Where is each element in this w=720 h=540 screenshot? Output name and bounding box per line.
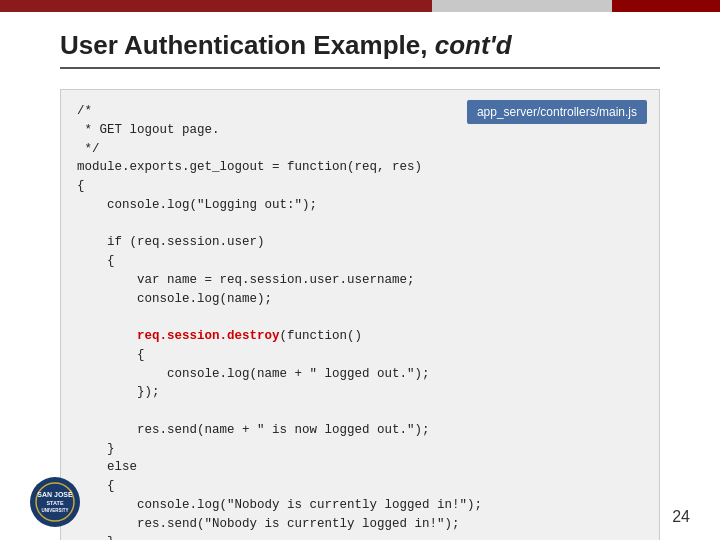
top-bar-darkred-segment [612, 0, 720, 12]
code-line: { [77, 252, 643, 271]
code-line [77, 215, 643, 234]
title-area: User Authentication Example, cont'd [0, 12, 720, 79]
code-line: module.exports.get_logout = function(req… [77, 158, 643, 177]
code-line: }); [77, 383, 643, 402]
university-logo: SAN JOSÉ STATE UNIVERSITY [30, 477, 85, 532]
code-line: if (req.session.user) [77, 233, 643, 252]
svg-text:SAN JOSÉ: SAN JOSÉ [37, 490, 73, 498]
code-line: else [77, 458, 643, 477]
top-bar-red-segment [0, 0, 432, 12]
code-line: var name = req.session.user.username; [77, 271, 643, 290]
code-line: { [77, 346, 643, 365]
svg-text:STATE: STATE [46, 500, 64, 506]
sjsu-logo-svg: SAN JOSÉ STATE UNIVERSITY [33, 480, 77, 524]
code-line: console.log("Logging out:"); [77, 196, 643, 215]
code-line: { [77, 477, 643, 496]
code-line: */ [77, 140, 643, 159]
code-line: res.send(name + " is now logged out."); [77, 421, 643, 440]
top-decorative-bar [0, 0, 720, 12]
code-line: } [77, 440, 643, 459]
code-line: console.log(name); [77, 290, 643, 309]
page-number: 24 [672, 508, 690, 526]
page-title: User Authentication Example, cont'd [60, 30, 660, 61]
title-underline [60, 67, 660, 69]
code-line [77, 402, 643, 421]
logo-circle: SAN JOSÉ STATE UNIVERSITY [30, 477, 80, 527]
top-bar-gray-segment [432, 0, 612, 12]
code-line [77, 308, 643, 327]
code-line: res.send("Nobody is currently logged in!… [77, 515, 643, 534]
file-badge: app_server/controllers/main.js [467, 100, 647, 124]
svg-text:UNIVERSITY: UNIVERSITY [41, 508, 68, 513]
code-line: req.session.destroy(function() [77, 327, 643, 346]
code-block: app_server/controllers/main.js /* * GET … [60, 89, 660, 540]
code-line: } [77, 533, 643, 540]
code-highlight-destroy: req.session.destroy [137, 329, 280, 343]
code-line: console.log("Nobody is currently logged … [77, 496, 643, 515]
code-line: { [77, 177, 643, 196]
code-line: console.log(name + " logged out."); [77, 365, 643, 384]
